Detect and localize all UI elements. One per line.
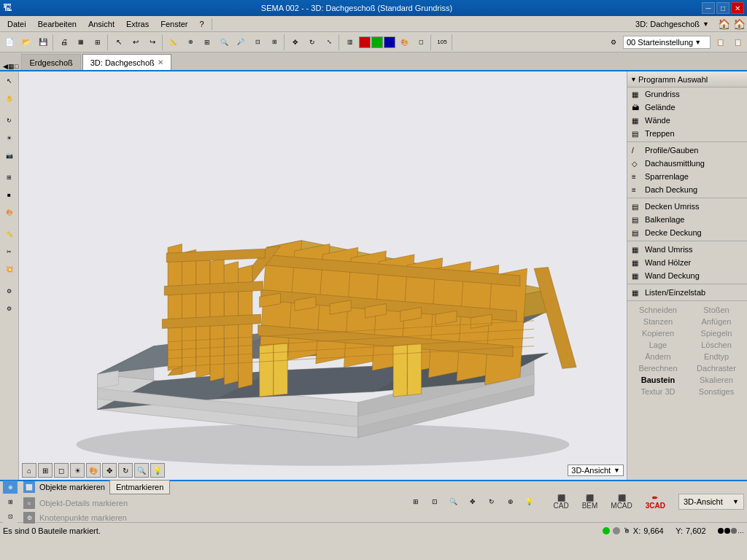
tb-num[interactable]: 105: [434, 34, 450, 50]
tab-erdgeschoss[interactable]: Erdgeschoß: [21, 54, 80, 70]
panel-wand-umriss[interactable]: ▦ Wand Umriss: [627, 243, 747, 256]
tab-3d-dachgeschoss[interactable]: 3D: Dachgeschoß ✕: [82, 54, 171, 70]
tb-cursor[interactable]: ↖: [111, 34, 127, 50]
view-mode-dropdown[interactable]: 3D-Ansicht ▼: [568, 464, 624, 476]
panel-decke-deckung[interactable]: ▤ Decke Deckung: [627, 226, 747, 239]
ltb-extra1[interactable]: ⚙: [1, 283, 18, 299]
ltb-measure3d[interactable]: 📏: [1, 226, 18, 242]
tb-zoom-fit[interactable]: ⊞: [266, 34, 282, 50]
mark-icon-grid[interactable]: ⊡: [3, 510, 18, 523]
tb-rotate[interactable]: ↻: [304, 34, 320, 50]
vp-tool2[interactable]: ⊡: [427, 494, 443, 510]
cad-btn-3cad[interactable]: ✏ 3CAD: [641, 493, 670, 511]
tb-measure[interactable]: 📐: [166, 34, 182, 50]
ltb-render2[interactable]: 🎨: [1, 204, 18, 220]
tb-move[interactable]: ✥: [287, 34, 303, 50]
tb-print[interactable]: 🖨: [56, 34, 72, 50]
ltb-explode[interactable]: 💥: [1, 261, 18, 277]
tb-zoom-out[interactable]: 🔎: [233, 34, 249, 50]
tb-zoom-window[interactable]: ⊡: [249, 34, 266, 50]
panel-grundriss[interactable]: ▦ Grundriss: [627, 88, 747, 101]
tb-grid[interactable]: ⊞: [199, 34, 215, 50]
entmarkieren-button[interactable]: Entmarkieren: [109, 480, 170, 494]
panel-decken-umriss[interactable]: ▤ Decken Umriss: [627, 200, 747, 213]
vp-tool3[interactable]: 🔍: [446, 494, 462, 510]
tb-render[interactable]: 🎨: [396, 34, 412, 50]
profile-dropdown[interactable]: 00 Starteinstellung ▼: [623, 36, 711, 49]
panel-dachausmittlung[interactable]: ◇ Dachausmittlung: [627, 157, 747, 170]
ltb-pan[interactable]: ✋: [1, 90, 18, 106]
menu-fenster[interactable]: Fenster: [155, 17, 193, 31]
menu-bearbeiten[interactable]: Bearbeiten: [32, 17, 82, 31]
panel-dach-deckung[interactable]: ≡ Dach Deckung: [627, 183, 747, 196]
tb-settings[interactable]: ⚙: [605, 34, 622, 50]
tb-open[interactable]: 📂: [18, 34, 34, 50]
ltb-section[interactable]: ✂: [1, 244, 18, 260]
tb-color3[interactable]: [384, 36, 395, 48]
tab-close-icon[interactable]: ✕: [158, 58, 163, 66]
vp-btn7[interactable]: ↻: [118, 463, 133, 478]
ltb-extra2[interactable]: ⚙: [1, 300, 18, 316]
menu-datei[interactable]: Datei: [1, 17, 32, 31]
panel-header[interactable]: ▼ Programm Auswahl: [627, 71, 747, 88]
panel-wand-deckung[interactable]: ▦ Wand Deckung: [627, 269, 747, 282]
ltb-select[interactable]: ↖: [1, 73, 18, 89]
vp-btn4[interactable]: ☀: [70, 463, 85, 478]
panel-gelande[interactable]: 🏔 Gelände: [627, 101, 747, 114]
tb-undo[interactable]: ↩: [128, 34, 144, 50]
menu-3d-dachgeschoss[interactable]: 3D: Dachgeschoß ▼: [630, 17, 715, 31]
tb-color2[interactable]: [371, 36, 383, 48]
cad-btn-mcad[interactable]: ⬛ MCAD: [606, 493, 636, 511]
tb-new[interactable]: 📄: [1, 34, 18, 50]
cad-btn-bem[interactable]: ⬛ BEM: [578, 493, 603, 511]
vp-btn5[interactable]: 🎨: [86, 463, 101, 478]
vp-tool7[interactable]: 💡: [522, 494, 538, 510]
vp-tool4[interactable]: ✥: [465, 494, 481, 510]
tb-snap[interactable]: ⊕: [182, 34, 198, 50]
btn-baustein[interactable]: Baustein: [629, 374, 687, 386]
tb-save[interactable]: 💾: [35, 34, 51, 50]
tb-redo[interactable]: ↪: [144, 34, 160, 50]
menu-ansicht[interactable]: Ansicht: [82, 17, 120, 31]
panel-profile-gauben[interactable]: / Profile/Gauben: [627, 144, 747, 157]
tb-print2[interactable]: ▦: [73, 34, 89, 50]
ltb-wire[interactable]: ⊞: [1, 169, 18, 185]
vp-tool5[interactable]: ↻: [484, 494, 500, 510]
panel-balkenlage[interactable]: ▤ Balkenlage: [627, 213, 747, 226]
vp-tool6[interactable]: ⊕: [503, 494, 519, 510]
mark-icon-snap[interactable]: ⊕: [3, 481, 18, 494]
vp-bulb[interactable]: 💡: [150, 463, 165, 478]
cad-view-dropdown[interactable]: 3D-Ansicht ▼: [678, 494, 744, 510]
vp-btn3[interactable]: ◻: [54, 463, 69, 478]
menu-help[interactable]: ?: [193, 17, 209, 31]
vp-btn8[interactable]: 🔍: [134, 463, 149, 478]
panel-listen-einzelstab[interactable]: ▦ Listen/Einzelstab: [627, 286, 747, 299]
panel-treppen[interactable]: ▤ Treppen: [627, 127, 747, 140]
ltb-camera[interactable]: 📷: [1, 147, 18, 163]
cad-btn-cad[interactable]: ⬛ CAD: [549, 493, 573, 511]
tb-scan[interactable]: ⊞: [90, 34, 106, 50]
close-button[interactable]: ✕: [731, 2, 744, 14]
vp-btn2[interactable]: ⊞: [38, 463, 53, 478]
mode-dropdown-arrow[interactable]: ▼: [703, 20, 709, 28]
ltb-rotate3d[interactable]: ↻: [1, 112, 18, 128]
tb-layer[interactable]: ▥: [342, 34, 358, 50]
vp-tool1[interactable]: ⊞: [408, 494, 424, 510]
menubar-icon1[interactable]: 🏠: [718, 18, 730, 30]
tb-zoom-in[interactable]: 🔍: [216, 34, 232, 50]
vp-btn6[interactable]: ✥: [102, 463, 117, 478]
tb-mat[interactable]: ◻: [413, 34, 429, 50]
tab-arrow-left[interactable]: ◀: [3, 63, 8, 70]
maximize-button[interactable]: □: [716, 2, 729, 14]
tb-extra1[interactable]: 📋: [712, 34, 728, 50]
panel-wande[interactable]: ▦ Wände: [627, 114, 747, 127]
tb-scale[interactable]: ⤡: [321, 34, 337, 50]
tb-color1[interactable]: [359, 36, 371, 48]
menubar-icon2[interactable]: 🏠: [733, 18, 746, 30]
ltb-solid[interactable]: ■: [1, 187, 18, 203]
tb-extra2[interactable]: 📋: [729, 34, 746, 50]
menu-extras[interactable]: Extras: [120, 17, 155, 31]
panel-sparrenlage[interactable]: ≡ Sparrenlage: [627, 170, 747, 183]
minimize-button[interactable]: ─: [702, 2, 715, 14]
vp-btn1[interactable]: ⌂: [22, 463, 36, 478]
